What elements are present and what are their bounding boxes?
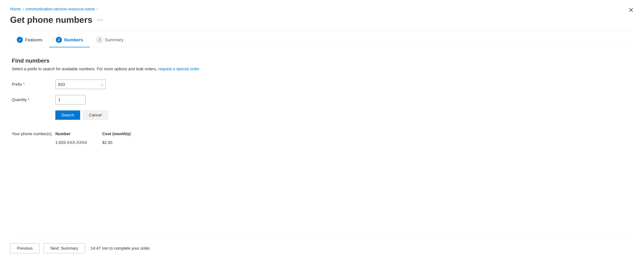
col-cost-header: Cost (monthly) [102, 131, 136, 136]
search-button[interactable]: Search [55, 111, 80, 120]
special-order-link[interactable]: request a special order. [158, 67, 200, 71]
time-text: 14:47 min to complete your order. [91, 246, 151, 251]
quantity-input[interactable] [55, 95, 86, 104]
table-columns: Number Cost (monthly) [55, 131, 136, 136]
page-title-row: Get phone numbers ··· [10, 15, 634, 25]
prefix-select-wrapper: 800 833 844 855 866 877 888 ⌄ [55, 80, 106, 89]
prefix-select[interactable]: 800 833 844 855 866 877 888 [55, 80, 106, 89]
more-options-button[interactable]: ··· [96, 15, 104, 24]
tab-numbers[interactable]: 2 Numbers [49, 37, 90, 47]
phone-table-header: Your phone number(s) Number Cost (monthl… [12, 131, 632, 136]
page-title: Get phone numbers [10, 15, 92, 25]
cancel-button[interactable]: Cancel [83, 111, 108, 120]
tab-summary-label: Summary [105, 37, 124, 42]
phone-table-row: 1-833-XXX-XXXX $2.00 [12, 140, 632, 145]
tab-numbers-circle: 2 [56, 37, 62, 43]
col-number-header: Number [55, 131, 102, 136]
phone-section-label: Your phone number(s) [12, 131, 55, 136]
tab-summary[interactable]: 3 Summary [90, 37, 130, 47]
tab-features-circle [17, 37, 23, 43]
find-numbers-title: Find numbers [12, 57, 632, 64]
search-cancel-row: Search Cancel [55, 111, 632, 120]
tab-features[interactable]: Features [10, 37, 49, 47]
next-summary-button[interactable]: Next: Summary [44, 243, 85, 253]
breadcrumb-resource[interactable]: communication-service-resource-name [25, 7, 95, 11]
tab-features-label: Features [25, 37, 42, 42]
find-numbers-desc: Select a prefix to search for available … [12, 67, 632, 71]
breadcrumb: Home › communication-service-resource-na… [10, 7, 634, 11]
phone-number-value: 1-833-XXX-XXXX [55, 140, 102, 145]
breadcrumb-sep2: › [96, 7, 98, 11]
quantity-required: * [28, 97, 29, 102]
breadcrumb-home[interactable]: Home [10, 7, 21, 11]
prefix-required: * [23, 82, 25, 87]
phone-numbers-section: Your phone number(s) Number Cost (monthl… [12, 131, 632, 145]
tab-numbers-label: Numbers [64, 37, 83, 42]
phone-cost-value: $2.00 [102, 140, 136, 145]
prefix-row: Prefix * 800 833 844 855 866 877 888 ⌄ [12, 80, 632, 89]
quantity-label: Quantity * [12, 97, 55, 102]
quantity-row: Quantity * [12, 95, 632, 104]
desc-text: Select a prefix to search for available … [12, 67, 157, 71]
page-container: ✕ Home › communication-service-resource-… [0, 0, 644, 260]
close-button[interactable]: ✕ [628, 7, 634, 13]
breadcrumb-sep1: › [22, 7, 24, 11]
previous-button[interactable]: Previous [10, 243, 40, 253]
prefix-label: Prefix * [12, 82, 55, 87]
bottom-bar: Previous Next: Summary 14:47 min to comp… [10, 236, 634, 260]
wizard-tabs: Features 2 Numbers 3 Summary [10, 32, 634, 47]
main-content: Find numbers Select a prefix to search f… [10, 57, 634, 236]
tab-summary-circle: 3 [96, 37, 102, 43]
